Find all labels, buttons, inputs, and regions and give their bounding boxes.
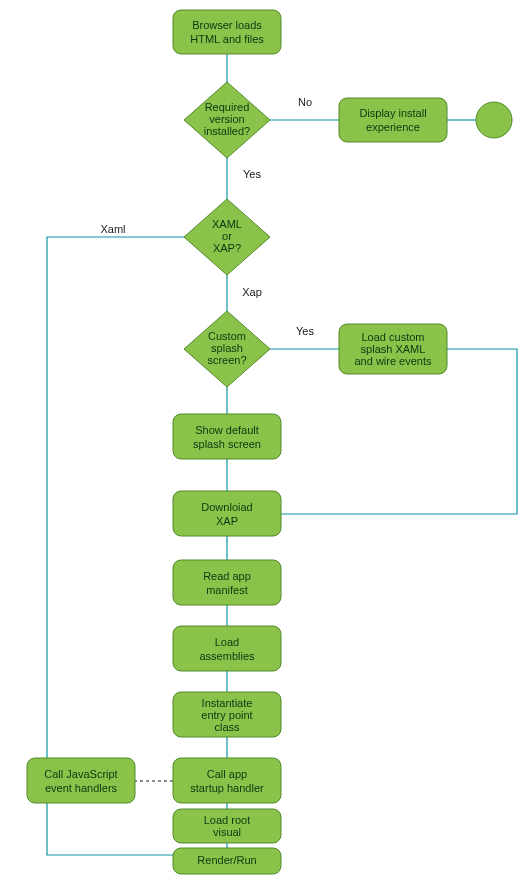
text-d3-l2: splash xyxy=(211,342,243,354)
decision-version-installed: Required version installed? xyxy=(184,82,270,158)
process-display-install: Display install experience xyxy=(339,98,447,142)
terminator-end xyxy=(476,102,512,138)
svg-point-3 xyxy=(476,102,512,138)
process-render-run: Render/Run xyxy=(173,848,281,874)
text-n12-l1: Call JavaScript xyxy=(44,768,117,780)
decision-custom-splash: Custom splash screen? xyxy=(184,311,270,387)
edge-label-xap: Xap xyxy=(242,286,262,298)
text-n10-l2: visual xyxy=(213,826,241,838)
text-d1-l2: version xyxy=(209,113,244,125)
text-n1-l2: HTML and files xyxy=(190,33,264,45)
decision-xaml-or-xap: XAML or XAP? xyxy=(184,199,270,275)
process-load-assemblies: Load assemblies xyxy=(173,626,281,671)
text-n4-l1: Show default xyxy=(195,424,259,436)
text-n2-l2: experience xyxy=(366,121,420,133)
text-d3-l1: Custom xyxy=(208,330,246,342)
text-d1-l1: Required xyxy=(205,101,250,113)
text-d2-l1: XAML xyxy=(212,218,242,230)
text-n7-l1: Load xyxy=(215,636,239,648)
text-n1-l1: Browser loads xyxy=(192,19,262,31)
process-read-manifest: Read app manifest xyxy=(173,560,281,605)
svg-rect-10 xyxy=(173,626,281,671)
edge-label-yes1: Yes xyxy=(243,168,261,180)
text-n9-l1: Call app xyxy=(207,768,247,780)
process-show-default-splash: Show default splash screen xyxy=(173,414,281,459)
edge-label-xaml: Xaml xyxy=(100,223,125,235)
text-n3-l2: splash XAML xyxy=(361,343,426,355)
svg-rect-9 xyxy=(173,560,281,605)
text-n7-l2: assemblies xyxy=(199,650,255,662)
text-n6-l1: Read app xyxy=(203,570,251,582)
svg-rect-7 xyxy=(173,414,281,459)
text-n4-l2: splash screen xyxy=(193,438,261,450)
flowchart-canvas: Browser loads HTML and files Required ve… xyxy=(0,0,531,879)
nodes-group: Browser loads HTML and files Required ve… xyxy=(27,10,512,874)
text-n2-l1: Display install xyxy=(359,107,426,119)
text-n10-l1: Load root xyxy=(204,814,250,826)
process-call-js-handlers: Call JavaScript event handlers xyxy=(27,758,135,803)
text-n8-l2: entry point xyxy=(201,709,252,721)
svg-rect-13 xyxy=(27,758,135,803)
text-n6-l2: manifest xyxy=(206,584,248,596)
text-d1-l3: installed? xyxy=(204,125,250,137)
svg-rect-12 xyxy=(173,758,281,803)
text-n5-l2: XAP xyxy=(216,515,238,527)
process-load-root-visual: Load root visual xyxy=(173,809,281,843)
text-d2-l3: XAP? xyxy=(213,242,241,254)
process-browser-loads: Browser loads HTML and files xyxy=(173,10,281,54)
text-n8-l3: class xyxy=(214,721,240,733)
edges-group xyxy=(47,54,517,855)
edge-label-no: No xyxy=(298,96,312,108)
text-n8-l1: Instantiate xyxy=(202,697,253,709)
text-n9-l2: startup handler xyxy=(190,782,264,794)
text-n3-l3: and wire events xyxy=(354,355,432,367)
svg-rect-8 xyxy=(173,491,281,536)
text-d2-l2: or xyxy=(222,230,232,242)
edge-label-yes2: Yes xyxy=(296,325,314,337)
process-download-xap: Downloiad XAP xyxy=(173,491,281,536)
text-n12-l2: event handlers xyxy=(45,782,118,794)
text-n3-l1: Load custom xyxy=(362,331,425,343)
process-load-custom-splash: Load custom splash XAML and wire events xyxy=(339,324,447,374)
process-instantiate-entry: Instantiate entry point class xyxy=(173,692,281,737)
text-n11-l1: Render/Run xyxy=(197,854,256,866)
text-d3-l3: screen? xyxy=(207,354,246,366)
process-call-startup-handler: Call app startup handler xyxy=(173,758,281,803)
text-n5-l1: Downloiad xyxy=(201,501,252,513)
